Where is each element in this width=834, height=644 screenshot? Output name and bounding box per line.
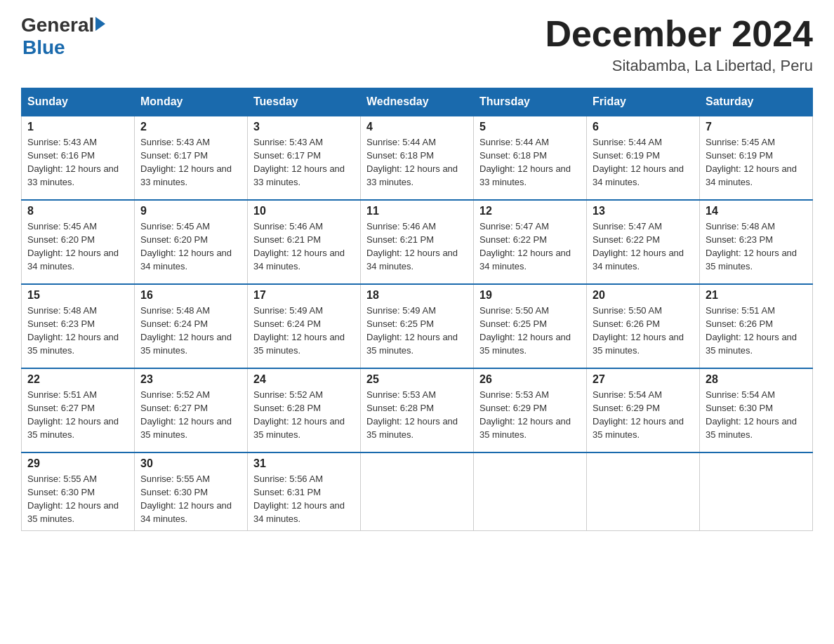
calendar-day-cell: 21 Sunrise: 5:51 AMSunset: 6:26 PMDaylig… bbox=[700, 284, 813, 368]
day-info: Sunrise: 5:47 AMSunset: 6:22 PMDaylight:… bbox=[479, 221, 571, 271]
calendar-day-cell: 31 Sunrise: 5:56 AMSunset: 6:31 PMDaylig… bbox=[248, 452, 361, 530]
header-row: Sunday Monday Tuesday Wednesday Thursday… bbox=[22, 88, 813, 116]
day-number: 11 bbox=[366, 205, 468, 217]
day-info: Sunrise: 5:48 AMSunset: 6:23 PMDaylight:… bbox=[27, 305, 119, 356]
day-info: Sunrise: 5:45 AMSunset: 6:20 PMDaylight:… bbox=[27, 221, 119, 271]
calendar-day-cell: 26 Sunrise: 5:53 AMSunset: 6:29 PMDaylig… bbox=[474, 368, 587, 452]
day-info: Sunrise: 5:46 AMSunset: 6:21 PMDaylight:… bbox=[366, 221, 458, 271]
calendar-day-cell bbox=[700, 452, 813, 530]
calendar-title-block: December 2024 Sitabamba, La Libertad, Pe… bbox=[545, 14, 813, 75]
day-number: 23 bbox=[140, 373, 241, 386]
calendar-day-cell: 15 Sunrise: 5:48 AMSunset: 6:23 PMDaylig… bbox=[22, 284, 135, 368]
calendar-day-cell: 24 Sunrise: 5:52 AMSunset: 6:28 PMDaylig… bbox=[248, 368, 361, 452]
day-number: 25 bbox=[366, 373, 468, 386]
header-saturday: Saturday bbox=[700, 88, 813, 116]
calendar-day-cell: 17 Sunrise: 5:49 AMSunset: 6:24 PMDaylig… bbox=[248, 284, 361, 368]
calendar-day-cell bbox=[361, 452, 474, 530]
day-number: 3 bbox=[253, 121, 355, 133]
day-number: 19 bbox=[479, 289, 581, 302]
logo: General Blue bbox=[21, 14, 105, 59]
day-number: 6 bbox=[593, 121, 694, 133]
day-number: 30 bbox=[140, 457, 241, 470]
day-info: Sunrise: 5:43 AMSunset: 6:17 PMDaylight:… bbox=[253, 137, 345, 187]
day-info: Sunrise: 5:55 AMSunset: 6:30 PMDaylight:… bbox=[140, 474, 232, 524]
day-number: 16 bbox=[140, 289, 241, 302]
calendar-week-row: 1 Sunrise: 5:43 AMSunset: 6:16 PMDayligh… bbox=[22, 116, 813, 200]
calendar-body: 1 Sunrise: 5:43 AMSunset: 6:16 PMDayligh… bbox=[22, 116, 813, 530]
day-info: Sunrise: 5:52 AMSunset: 6:28 PMDaylight:… bbox=[253, 389, 345, 440]
calendar-day-cell bbox=[474, 452, 587, 530]
day-info: Sunrise: 5:44 AMSunset: 6:18 PMDaylight:… bbox=[366, 137, 458, 187]
calendar-day-cell: 4 Sunrise: 5:44 AMSunset: 6:18 PMDayligh… bbox=[361, 116, 474, 200]
calendar-day-cell: 18 Sunrise: 5:49 AMSunset: 6:25 PMDaylig… bbox=[361, 284, 474, 368]
calendar-day-cell: 7 Sunrise: 5:45 AMSunset: 6:19 PMDayligh… bbox=[700, 116, 813, 200]
calendar-day-cell: 16 Sunrise: 5:48 AMSunset: 6:24 PMDaylig… bbox=[135, 284, 248, 368]
day-number: 10 bbox=[253, 205, 355, 217]
day-info: Sunrise: 5:50 AMSunset: 6:25 PMDaylight:… bbox=[479, 305, 571, 356]
calendar-day-cell: 30 Sunrise: 5:55 AMSunset: 6:30 PMDaylig… bbox=[135, 452, 248, 530]
calendar-day-cell: 11 Sunrise: 5:46 AMSunset: 6:21 PMDaylig… bbox=[361, 200, 474, 284]
day-number: 15 bbox=[27, 289, 128, 302]
calendar-week-row: 15 Sunrise: 5:48 AMSunset: 6:23 PMDaylig… bbox=[22, 284, 813, 368]
day-number: 5 bbox=[479, 121, 581, 133]
day-info: Sunrise: 5:54 AMSunset: 6:30 PMDaylight:… bbox=[706, 389, 797, 440]
day-info: Sunrise: 5:49 AMSunset: 6:25 PMDaylight:… bbox=[366, 305, 458, 356]
day-info: Sunrise: 5:43 AMSunset: 6:17 PMDaylight:… bbox=[140, 137, 232, 187]
day-number: 18 bbox=[366, 289, 468, 302]
day-info: Sunrise: 5:47 AMSunset: 6:22 PMDaylight:… bbox=[593, 221, 684, 271]
header-friday: Friday bbox=[587, 88, 700, 116]
logo-arrow-icon bbox=[95, 17, 105, 31]
day-number: 2 bbox=[140, 121, 241, 133]
day-info: Sunrise: 5:53 AMSunset: 6:29 PMDaylight:… bbox=[479, 389, 571, 440]
day-info: Sunrise: 5:56 AMSunset: 6:31 PMDaylight:… bbox=[253, 474, 345, 524]
calendar-day-cell: 3 Sunrise: 5:43 AMSunset: 6:17 PMDayligh… bbox=[248, 116, 361, 200]
day-number: 20 bbox=[593, 289, 694, 302]
calendar-day-cell: 9 Sunrise: 5:45 AMSunset: 6:20 PMDayligh… bbox=[135, 200, 248, 284]
calendar-table: Sunday Monday Tuesday Wednesday Thursday… bbox=[21, 88, 813, 530]
calendar-day-cell: 13 Sunrise: 5:47 AMSunset: 6:22 PMDaylig… bbox=[587, 200, 700, 284]
day-info: Sunrise: 5:55 AMSunset: 6:30 PMDaylight:… bbox=[27, 474, 119, 524]
calendar-day-cell: 6 Sunrise: 5:44 AMSunset: 6:19 PMDayligh… bbox=[587, 116, 700, 200]
day-info: Sunrise: 5:49 AMSunset: 6:24 PMDaylight:… bbox=[253, 305, 345, 356]
calendar-day-cell: 5 Sunrise: 5:44 AMSunset: 6:18 PMDayligh… bbox=[474, 116, 587, 200]
day-number: 13 bbox=[593, 205, 694, 217]
header-thursday: Thursday bbox=[474, 88, 587, 116]
calendar-subtitle: Sitabamba, La Libertad, Peru bbox=[545, 57, 813, 75]
calendar-day-cell: 29 Sunrise: 5:55 AMSunset: 6:30 PMDaylig… bbox=[22, 452, 135, 530]
calendar-week-row: 8 Sunrise: 5:45 AMSunset: 6:20 PMDayligh… bbox=[22, 200, 813, 284]
header-tuesday: Tuesday bbox=[248, 88, 361, 116]
header-monday: Monday bbox=[135, 88, 248, 116]
calendar-day-cell: 28 Sunrise: 5:54 AMSunset: 6:30 PMDaylig… bbox=[700, 368, 813, 452]
day-number: 4 bbox=[366, 121, 468, 133]
day-info: Sunrise: 5:48 AMSunset: 6:23 PMDaylight:… bbox=[706, 221, 797, 271]
day-number: 17 bbox=[253, 289, 355, 302]
day-number: 7 bbox=[706, 121, 807, 133]
day-number: 8 bbox=[27, 205, 128, 217]
day-number: 24 bbox=[253, 373, 355, 386]
day-number: 31 bbox=[253, 457, 355, 470]
logo-blue: Blue bbox=[22, 36, 65, 59]
calendar-day-cell: 12 Sunrise: 5:47 AMSunset: 6:22 PMDaylig… bbox=[474, 200, 587, 284]
day-number: 28 bbox=[706, 373, 807, 386]
day-info: Sunrise: 5:46 AMSunset: 6:21 PMDaylight:… bbox=[253, 221, 345, 271]
calendar-day-cell: 10 Sunrise: 5:46 AMSunset: 6:21 PMDaylig… bbox=[248, 200, 361, 284]
calendar-day-cell: 14 Sunrise: 5:48 AMSunset: 6:23 PMDaylig… bbox=[700, 200, 813, 284]
calendar-week-row: 22 Sunrise: 5:51 AMSunset: 6:27 PMDaylig… bbox=[22, 368, 813, 452]
calendar-day-cell: 20 Sunrise: 5:50 AMSunset: 6:26 PMDaylig… bbox=[587, 284, 700, 368]
day-info: Sunrise: 5:50 AMSunset: 6:26 PMDaylight:… bbox=[593, 305, 684, 356]
day-number: 21 bbox=[706, 289, 807, 302]
calendar-day-cell: 23 Sunrise: 5:52 AMSunset: 6:27 PMDaylig… bbox=[135, 368, 248, 452]
day-number: 14 bbox=[706, 205, 807, 217]
day-info: Sunrise: 5:51 AMSunset: 6:26 PMDaylight:… bbox=[706, 305, 797, 356]
calendar-day-cell: 2 Sunrise: 5:43 AMSunset: 6:17 PMDayligh… bbox=[135, 116, 248, 200]
day-info: Sunrise: 5:44 AMSunset: 6:18 PMDaylight:… bbox=[479, 137, 571, 187]
calendar-day-cell: 1 Sunrise: 5:43 AMSunset: 6:16 PMDayligh… bbox=[22, 116, 135, 200]
header-sunday: Sunday bbox=[22, 88, 135, 116]
day-info: Sunrise: 5:53 AMSunset: 6:28 PMDaylight:… bbox=[366, 389, 458, 440]
day-info: Sunrise: 5:52 AMSunset: 6:27 PMDaylight:… bbox=[140, 389, 232, 440]
header-wednesday: Wednesday bbox=[361, 88, 474, 116]
day-info: Sunrise: 5:45 AMSunset: 6:20 PMDaylight:… bbox=[140, 221, 232, 271]
day-info: Sunrise: 5:44 AMSunset: 6:19 PMDaylight:… bbox=[593, 137, 684, 187]
day-number: 12 bbox=[479, 205, 581, 217]
logo-general: General bbox=[21, 14, 94, 36]
